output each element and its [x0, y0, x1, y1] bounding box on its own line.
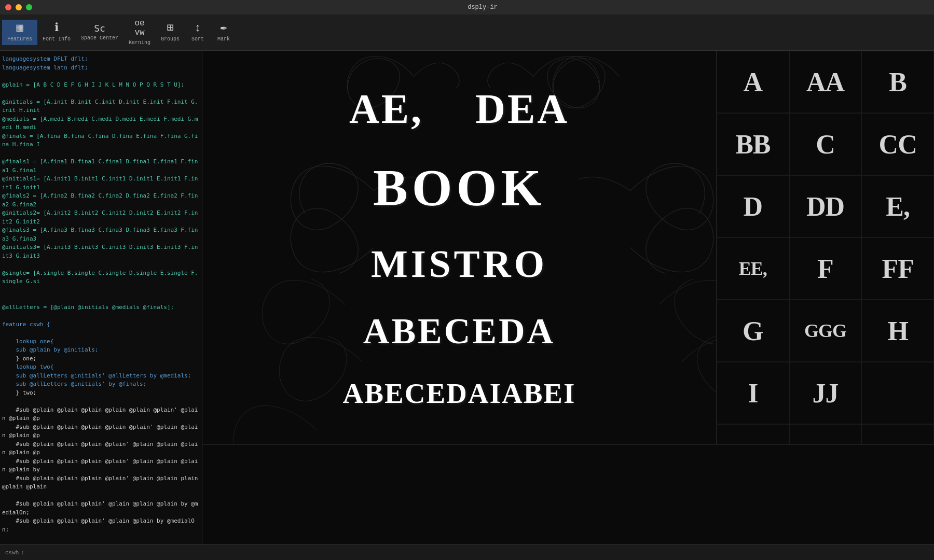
glyph-cell[interactable]: F	[789, 237, 862, 300]
fontinfo-label: Font Info	[43, 36, 71, 42]
toolbar-item-kerning[interactable]: oevw Kerning	[123, 16, 156, 48]
toolbar-item-mark[interactable]: ✒ Mark	[211, 20, 237, 45]
preview-word-book: BOOK	[373, 158, 545, 217]
toolbar-item-groups[interactable]: ⊞ Groups	[156, 20, 185, 45]
kerning-icon: oevw	[134, 19, 144, 37]
glyph-character: E,	[886, 191, 910, 222]
preview-word-mistro: MISTRO	[371, 242, 547, 286]
glyph-character: A	[744, 67, 763, 97]
glyph-character: CC	[879, 129, 917, 160]
preview-word-abeceda: ABECEDA	[363, 311, 555, 352]
glyph-cell[interactable]: A	[717, 51, 789, 113]
groups-icon: ⊞	[167, 23, 173, 34]
glyph-character: DD	[806, 191, 844, 222]
glyph-cell[interactable]: C	[789, 113, 862, 175]
glyph-character: K	[743, 440, 763, 445]
glyph-cell[interactable]: BB	[717, 113, 789, 175]
status-bar: cswh ↑	[0, 544, 934, 560]
glyph-cell[interactable]: CC	[861, 113, 934, 175]
toolbar-item-fontinfo[interactable]: ℹ Font Info	[37, 20, 76, 45]
spacecenter-icon: Sc	[94, 24, 105, 33]
toolbar-item-features[interactable]: ▦ Features	[2, 20, 37, 45]
title-bar: dsply-ir	[0, 0, 934, 15]
glyph-cell[interactable]: K	[717, 424, 789, 444]
glyph-grid: AAABBBCCCDDDE,EE,FFFGGGGHIJJKLMNOP	[716, 51, 934, 444]
glyph-cell[interactable]: B	[861, 51, 934, 113]
toolbar-item-spacecenter[interactable]: Sc Space Center	[76, 21, 123, 44]
toolbar-item-sort[interactable]: ↕ Sort	[185, 20, 211, 45]
glyph-character: M	[885, 440, 910, 445]
sort-icon: ↕	[194, 23, 201, 34]
window-title: dsply-ir	[468, 4, 498, 11]
spacecenter-label: Space Center	[81, 35, 118, 41]
glyph-character: EE,	[739, 258, 767, 279]
maximize-button[interactable]	[26, 4, 32, 10]
preview-word-ae: AE,	[349, 86, 423, 133]
main-area: languagesystem DFLT dflt; languagesystem…	[0, 51, 934, 544]
glyph-character: GGG	[804, 320, 846, 342]
glyph-cell[interactable]: M	[861, 424, 934, 444]
glyph-character: B	[889, 67, 906, 97]
glyph-character: I	[748, 378, 758, 409]
fontinfo-icon: ℹ	[54, 23, 59, 34]
groups-label: Groups	[161, 36, 180, 42]
glyph-cell[interactable]: L	[789, 424, 862, 444]
glyph-cell[interactable]: EE,	[717, 237, 789, 300]
mark-icon: ✒	[220, 23, 227, 34]
preview-word-long: ABECEDAIABEI	[343, 377, 576, 410]
glyph-cell[interactable]	[861, 362, 934, 424]
glyph-character: D	[744, 191, 763, 222]
preview-word-dea: DEA	[475, 86, 569, 133]
glyph-character: JJ	[812, 378, 838, 409]
features-label: Features	[7, 36, 32, 42]
glyph-character: L	[817, 440, 834, 445]
glyph-cell[interactable]: DD	[789, 175, 862, 237]
glyph-cell[interactable]: AA	[789, 51, 862, 113]
close-button[interactable]	[5, 4, 11, 10]
preview-area: AE, DEA BOOK MISTRO ABECEDA ABECEDAIABEI…	[202, 51, 934, 445]
features-icon: ▦	[16, 23, 23, 34]
glyph-character: H	[887, 316, 908, 346]
code-panel[interactable]: languagesystem DFLT dflt; languagesystem…	[0, 51, 202, 544]
code-editor[interactable]: languagesystem DFLT dflt; languagesystem…	[2, 55, 200, 544]
glyph-character: C	[816, 129, 835, 160]
glyph-character: F	[817, 254, 833, 284]
status-arrow: ↑	[21, 550, 24, 556]
glyph-cell[interactable]: H	[861, 300, 934, 362]
kerning-label: Kerning	[129, 40, 150, 46]
mark-label: Mark	[217, 36, 230, 42]
sort-label: Sort	[191, 36, 204, 42]
glyph-cell[interactable]: E,	[861, 175, 934, 237]
preview-left: AE, DEA BOOK MISTRO ABECEDA ABECEDAIABEI	[202, 51, 716, 444]
glyph-character: BB	[735, 129, 770, 160]
status-text: cswh	[5, 550, 19, 556]
glyph-panel: AE, DEA BOOK MISTRO ABECEDA ABECEDAIABEI…	[202, 51, 934, 544]
glyph-cell[interactable]: JJ	[789, 362, 862, 424]
toolbar: ▦ Features ℹ Font Info Sc Space Center o…	[0, 15, 934, 51]
glyph-cell[interactable]: GGG	[789, 300, 862, 362]
glyph-cell[interactable]: D	[717, 175, 789, 237]
glyph-character: FF	[882, 254, 914, 284]
glyph-cell[interactable]: I	[717, 362, 789, 424]
glyph-character: AA	[806, 67, 844, 97]
minimize-button[interactable]	[16, 4, 22, 10]
glyph-cell[interactable]: FF	[861, 237, 934, 300]
glyph-cell[interactable]: G	[717, 300, 789, 362]
glyph-character: G	[743, 316, 763, 346]
